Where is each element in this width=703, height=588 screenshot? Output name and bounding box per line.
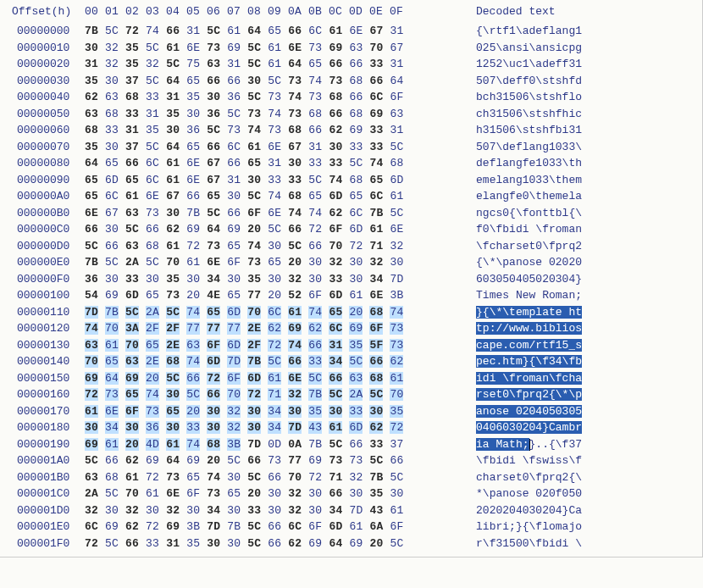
hex-byte[interactable]: 30 [268,273,281,286]
hex-byte[interactable]: 77 [227,322,241,335]
decoded-char[interactable]: i [556,42,562,54]
hex-byte[interactable]: 63 [105,91,119,103]
hex-byte[interactable]: 2E [166,339,180,352]
hex-byte[interactable]: 32 [288,487,302,500]
decoded-char[interactable]: 0 [575,256,582,269]
decoded-char[interactable]: t [575,306,582,319]
hex-byte[interactable]: 69 [125,372,139,385]
decoded-char[interactable]: 5 [509,537,516,550]
hex-byte[interactable]: 72 [349,240,363,252]
decoded-char[interactable]: 2 [523,421,529,434]
hex-byte[interactable]: 5C [349,157,363,169]
hex-byte[interactable]: 65 [207,306,220,319]
decoded-char[interactable]: b [535,322,542,335]
hex-byte[interactable]: 61 [390,190,403,202]
hex-byte[interactable]: 5C [247,42,261,54]
decoded-char[interactable]: \ [502,58,509,70]
hex-byte[interactable]: 6E [166,487,180,500]
hex-byte[interactable]: 32 [105,58,119,70]
hex-byte[interactable]: 61 [125,190,139,202]
decoded-char[interactable]: a [556,421,562,434]
decoded-char[interactable]: 0 [483,75,490,87]
hex-byte[interactable]: 5C [308,372,322,385]
decoded-char[interactable]: ; [509,520,516,533]
hex-byte[interactable]: 66 [308,124,322,136]
hex-byte[interactable]: 7D [207,520,220,533]
hex-byte[interactable]: 68 [85,124,98,136]
decoded-char[interactable]: f [509,372,516,385]
decoded-char[interactable]: f [476,223,483,236]
hex-byte[interactable]: 62 [166,223,180,236]
decoded-char[interactable]: 4 [535,405,542,418]
hex-byte[interactable]: 62 [329,124,342,136]
decoded-char[interactable]: o [549,289,556,302]
hex-bytes-cell[interactable]: 2A 5C 70 61 6E 6F 73 65 20 30 32 30 66 3… [85,485,476,502]
decoded-text-cell[interactable]: 2020204030204}Ca [476,502,688,519]
hex-byte[interactable]: 2F [146,322,159,335]
decoded-char[interactable]: m [483,174,490,186]
hex-byte[interactable]: 67 [207,157,220,169]
decoded-text-cell[interactable]: 0406030204}Cambr [476,419,688,436]
hex-byte[interactable]: 68 [349,174,363,186]
hex-byte[interactable]: 20 [125,438,139,451]
hex-row[interactable]: 000001F072 5C 66 33 31 35 30 30 5C 66 62… [12,535,694,552]
hex-byte[interactable]: 31 [390,25,403,37]
hex-byte[interactable]: 33 [125,108,139,120]
hex-byte[interactable]: 31 [166,537,180,550]
hex-byte[interactable]: 20 [349,306,363,319]
hex-byte[interactable]: 69 [288,322,302,335]
decoded-char[interactable]: 0 [523,190,529,202]
hex-byte[interactable]: 73 [329,454,342,467]
hex-byte[interactable]: 66 [207,141,220,153]
decoded-char[interactable]: s [556,454,562,467]
hex-byte[interactable]: 64 [207,223,220,236]
decoded-char[interactable]: \ [535,355,542,368]
decoded-char[interactable]: 5 [575,405,582,418]
decoded-char[interactable]: h [556,91,562,103]
decoded-char[interactable]: n [502,487,509,500]
decoded-char[interactable]: 6 [509,124,516,136]
decoded-char[interactable]: i [483,520,490,533]
hex-byte[interactable]: 67 [207,174,220,186]
hex-byte[interactable]: 66 [247,454,261,467]
decoded-char[interactable]: o [509,487,516,500]
hex-byte[interactable]: 62 [125,454,139,467]
hex-byte[interactable]: 61 [146,487,159,500]
hex-byte[interactable]: 30 [166,421,180,434]
hex-byte[interactable]: 30 [390,487,403,500]
decoded-char[interactable]: 2 [483,42,490,54]
hex-bytes-cell[interactable]: 31 32 35 32 5C 75 63 31 5C 61 64 65 66 6… [85,56,476,73]
hex-byte[interactable]: 5C [207,25,220,37]
decoded-char[interactable] [509,289,516,302]
hex-byte[interactable]: 61 [329,25,342,37]
hex-bytes-cell[interactable]: 74 70 3A 2F 2F 77 77 77 2E 62 69 62 6C 6… [85,320,476,337]
hex-byte[interactable]: 5C [308,174,322,186]
hex-byte[interactable]: 61 [166,438,180,451]
hex-byte[interactable]: 69 [349,322,363,335]
decoded-char[interactable]: 0 [535,273,542,286]
hex-byte[interactable]: 5C [268,355,281,368]
hex-byte[interactable]: 6C [85,520,98,533]
hex-row[interactable]: 0000017061 6E 6F 73 65 20 30 32 30 34 30… [12,403,694,420]
decoded-char[interactable]: a [556,25,562,37]
hex-byte[interactable]: 7D [247,438,261,451]
hex-byte[interactable]: 35 [247,273,261,286]
hex-byte[interactable]: 73 [247,256,261,269]
hex-byte[interactable]: 7B [308,388,322,401]
decoded-text-cell[interactable]: Times New Roman; [476,287,688,304]
decoded-char[interactable]: a [502,174,509,186]
decoded-char[interactable]: f [542,25,549,37]
hex-byte[interactable]: 69 [227,223,241,236]
decoded-char[interactable]: 0 [516,91,523,103]
hex-byte[interactable]: 35 [186,537,200,550]
hex-byte[interactable]: 73 [105,388,119,401]
hex-byte[interactable]: 72 [85,388,98,401]
hex-byte[interactable]: 31 [85,58,98,70]
decoded-char[interactable]: 3 [535,174,542,186]
hex-byte[interactable]: 7D [349,504,363,517]
hex-byte[interactable]: 20 [146,372,159,385]
decoded-char[interactable]: 3 [556,273,562,286]
decoded-char[interactable]: . [542,438,549,451]
hex-byte[interactable]: 61 [166,240,180,252]
decoded-text-cell[interactable]: f0\fbidi \froman [476,221,688,238]
